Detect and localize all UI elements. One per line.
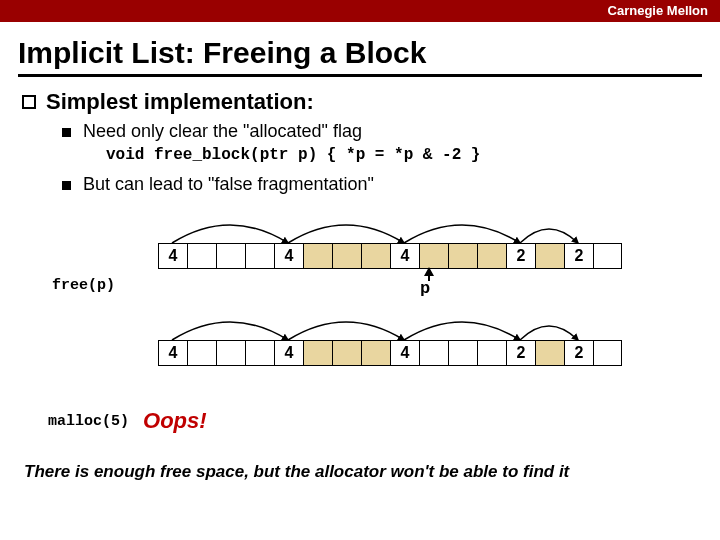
memory-cell: 4 — [158, 340, 187, 366]
malloc-label: malloc(5) — [48, 413, 129, 430]
slide-title: Implicit List: Freeing a Block — [18, 36, 702, 70]
memory-cell — [448, 340, 477, 366]
memory-cell — [535, 243, 564, 269]
memory-cell — [361, 243, 390, 269]
memory-cell: 4 — [390, 243, 419, 269]
memory-cell — [477, 243, 506, 269]
pointer-label: p — [420, 275, 430, 294]
memory-cell — [216, 243, 245, 269]
malloc-line: malloc(5) Oops! — [18, 408, 702, 434]
bullet-main-text: Simplest implementation: — [46, 89, 314, 115]
memory-cells-after: 44422 — [158, 340, 622, 366]
memory-cell — [419, 340, 448, 366]
memory-cell — [187, 243, 216, 269]
brand-bar: Carnegie Mellon — [0, 0, 720, 22]
oops-text: Oops! — [143, 408, 207, 434]
memory-cell — [187, 340, 216, 366]
memory-cell — [303, 340, 332, 366]
title-rule — [18, 74, 702, 77]
memory-cell: 4 — [274, 243, 303, 269]
bullet-sub-2-text: But can lead to "false fragmentation" — [83, 174, 374, 195]
memory-cell — [448, 243, 477, 269]
memory-cell — [303, 243, 332, 269]
memory-cell — [245, 340, 274, 366]
bullet-sub-1-text: Need only clear the "allocated" flag — [83, 121, 362, 142]
memory-cell: 2 — [564, 340, 593, 366]
memory-cell: 2 — [564, 243, 593, 269]
memory-cell: 4 — [390, 340, 419, 366]
hollow-square-icon — [22, 95, 36, 109]
free-label: free(p) — [52, 277, 115, 294]
filled-square-icon — [62, 128, 71, 137]
memory-cell — [216, 340, 245, 366]
memory-cell — [477, 340, 506, 366]
memory-cell — [419, 243, 448, 269]
memory-cell: 4 — [274, 340, 303, 366]
memory-cell — [593, 340, 622, 366]
diagram-before: 44422 p free(p) — [18, 213, 702, 308]
memory-cell — [361, 340, 390, 366]
memory-cell: 2 — [506, 243, 535, 269]
memory-cell: 4 — [158, 243, 187, 269]
bullet-main: Simplest implementation: — [18, 89, 702, 115]
bullet-sub-1: Need only clear the "allocated" flag — [62, 121, 702, 142]
slide-body: Implicit List: Freeing a Block Simplest … — [0, 22, 720, 482]
bullet-sub-2: But can lead to "false fragmentation" — [62, 174, 702, 195]
memory-cell: 2 — [506, 340, 535, 366]
diagram-after: 44422 — [18, 310, 702, 380]
memory-cell — [593, 243, 622, 269]
memory-cell — [245, 243, 274, 269]
closing-text: There is enough free space, but the allo… — [18, 462, 702, 482]
memory-cell — [535, 340, 564, 366]
memory-cells-before: 44422 — [158, 243, 622, 269]
filled-square-icon — [62, 181, 71, 190]
brand-text: Carnegie Mellon — [608, 3, 708, 18]
memory-cell — [332, 243, 361, 269]
memory-cell — [332, 340, 361, 366]
code-snippet: void free_block(ptr p) { *p = *p & -2 } — [106, 146, 702, 164]
